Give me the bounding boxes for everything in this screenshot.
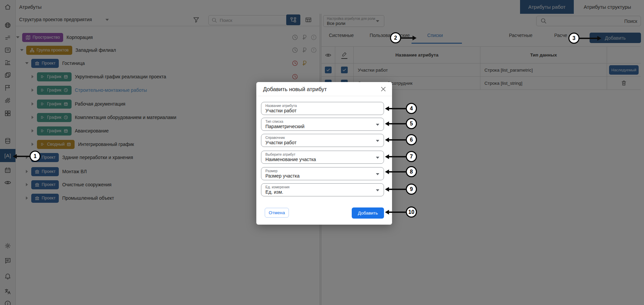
callout-2: 2 [390, 32, 401, 43]
callout-arrow [388, 108, 406, 109]
field-label: Тип списка [265, 119, 283, 123]
field-label: Размер [265, 169, 277, 173]
dialog-header: Добавить новый атрибут [256, 82, 392, 96]
callout-arrow [401, 37, 413, 39]
callout-arrow [388, 171, 406, 173]
chevron-down-icon [376, 173, 379, 175]
cancel-button[interactable]: Отмена [265, 208, 289, 218]
callout-arrow [579, 38, 597, 39]
add-attribute-dialog: Добавить новый атрибут Название атрибута… [256, 82, 392, 225]
callout-arrow [413, 36, 417, 40]
field-value: Участки работ [265, 140, 297, 145]
attribute-name-field[interactable]: Название атрибута Участки работ [261, 102, 384, 115]
chevron-down-icon [376, 189, 379, 191]
callout-5: 5 [406, 118, 417, 129]
callout-10: 10 [406, 206, 417, 218]
size-select[interactable]: Размер Размер участка [261, 167, 384, 180]
callout-3: 3 [568, 33, 579, 44]
unit-select[interactable]: Ед. измерения Ед. изм. [261, 183, 384, 196]
field-label: Справочник [265, 136, 285, 140]
field-value: Участки работ [265, 108, 297, 113]
callout-arrow [388, 123, 406, 124]
callout-4: 4 [406, 103, 417, 114]
field-label: Ед. измерения [265, 185, 290, 189]
field-value: Параметрический [265, 124, 304, 129]
callout-8: 8 [406, 166, 417, 177]
field-value: Размер участка [265, 173, 300, 179]
field-label: Выберите атрибут [265, 152, 295, 156]
callout-arrow [388, 212, 406, 213]
close-icon[interactable] [380, 86, 387, 92]
chevron-down-icon [376, 140, 379, 142]
dictionary-select[interactable]: Справочник Участки работ [261, 134, 384, 147]
dialog-title: Добавить новый атрибут [263, 86, 327, 92]
field-value: Наименование участка [265, 157, 316, 162]
chevron-down-icon [376, 157, 379, 159]
callout-arrow [388, 189, 406, 190]
callout-1: 1 [30, 151, 41, 162]
callout-arrow [388, 139, 406, 141]
callout-arrow [597, 36, 601, 41]
field-value: Ед. изм. [265, 189, 283, 195]
chevron-down-icon [376, 124, 379, 126]
callout-6: 6 [406, 134, 417, 145]
callout-7: 7 [406, 151, 417, 162]
callout-arrow [388, 156, 406, 157]
field-label: Название атрибута [265, 104, 297, 108]
attribute-select[interactable]: Выберите атрибут Наименование участка [261, 151, 384, 164]
list-type-select[interactable]: Тип списка Параметрический [261, 118, 384, 131]
callout-9: 9 [406, 184, 417, 195]
submit-add-button[interactable]: Добавить [352, 207, 384, 219]
callout-arrow [16, 156, 30, 157]
app-window: [A] Атрибуты Атрибуты работ Атрибуты стр… [0, 0, 644, 305]
